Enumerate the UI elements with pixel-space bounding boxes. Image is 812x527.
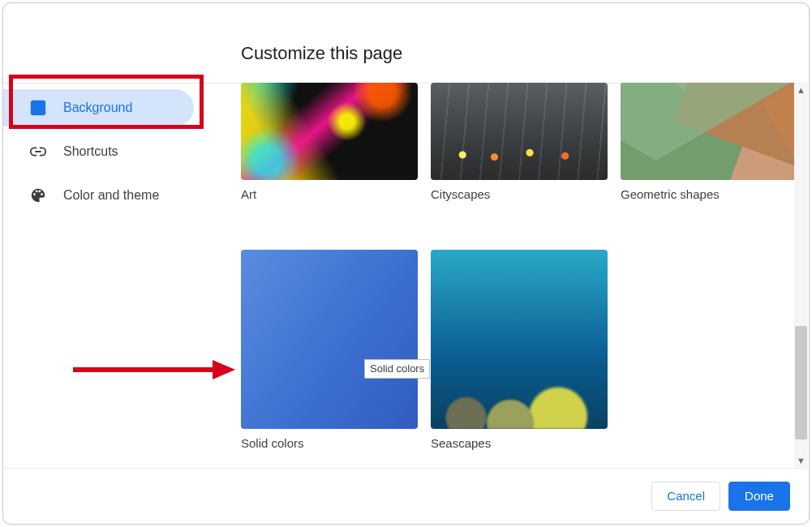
tile-solid-colors[interactable]: Solid colors bbox=[241, 250, 418, 450]
tile-thumbnail bbox=[241, 83, 418, 180]
tile-label: Art bbox=[241, 187, 418, 201]
done-button[interactable]: Done bbox=[728, 482, 790, 511]
tile-art[interactable]: Art bbox=[241, 83, 418, 201]
tile-thumbnail bbox=[241, 250, 418, 429]
tile-label: Geometric shapes bbox=[621, 187, 797, 201]
category-grid: Art Cityscapes Geometric shapes Solid co… bbox=[241, 83, 797, 456]
sidebar-item-shortcuts[interactable]: Shortcuts bbox=[3, 133, 194, 170]
dialog-footer: Cancel Done bbox=[4, 468, 808, 523]
sidebar-item-color-theme[interactable]: Color and theme bbox=[3, 177, 194, 214]
vertical-scrollbar[interactable]: ▲ ▼ bbox=[794, 83, 808, 467]
tile-label: Cityscapes bbox=[431, 187, 608, 201]
customize-page-dialog: Customize this page Background Shortcuts bbox=[2, 2, 810, 525]
scrollbar-thumb[interactable] bbox=[795, 326, 807, 439]
tile-label: Seascapes bbox=[431, 436, 608, 450]
sidebar-item-label: Shortcuts bbox=[63, 144, 118, 159]
tile-geometric-shapes[interactable]: Geometric shapes bbox=[621, 83, 797, 201]
tile-seascapes[interactable]: Seascapes bbox=[431, 250, 608, 450]
link-icon bbox=[29, 143, 47, 161]
scrollbar-down-icon[interactable]: ▼ bbox=[794, 453, 808, 467]
tile-thumbnail bbox=[431, 250, 608, 429]
annotation-highlight-box bbox=[9, 75, 204, 129]
annotation-arrow bbox=[73, 360, 235, 379]
tile-thumbnail bbox=[431, 83, 608, 180]
tile-label: Solid colors bbox=[241, 436, 418, 450]
palette-icon bbox=[29, 186, 47, 204]
scrollbar-up-icon[interactable]: ▲ bbox=[794, 83, 808, 96]
tile-cityscapes[interactable]: Cityscapes bbox=[431, 83, 608, 201]
svg-marker-3 bbox=[213, 360, 235, 379]
tile-thumbnail bbox=[621, 83, 797, 180]
sidebar-item-label: Color and theme bbox=[63, 188, 159, 203]
cancel-button[interactable]: Cancel bbox=[651, 482, 720, 511]
dialog-title: Customize this page bbox=[241, 43, 402, 64]
